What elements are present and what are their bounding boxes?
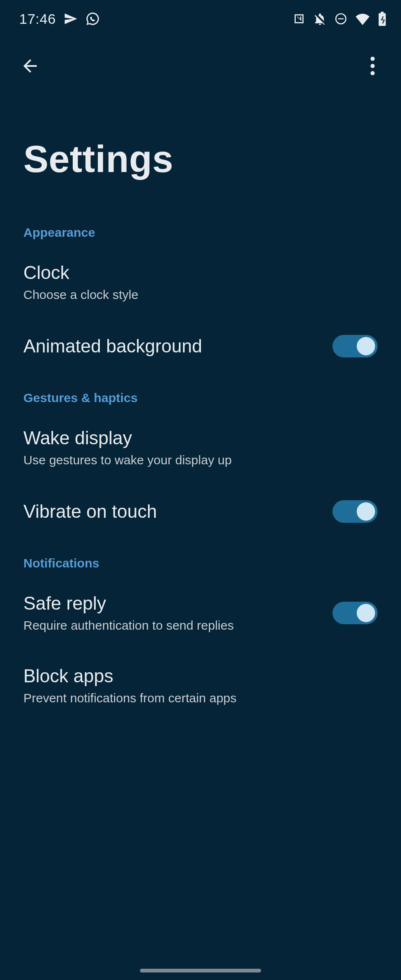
setting-title: Animated background: [23, 336, 322, 357]
setting-subtitle: Require authentication to send replies: [23, 618, 322, 633]
nfc-icon: [292, 12, 306, 25]
status-bar: 17:46: [0, 0, 401, 38]
more-vert-icon: [370, 56, 375, 77]
telegram-icon: [63, 12, 78, 26]
setting-title: Safe reply: [23, 593, 322, 614]
settings-content: Appearance Clock Choose a clock style An…: [0, 225, 401, 721]
section-header-appearance: Appearance: [23, 225, 378, 240]
switch-thumb: [357, 337, 375, 355]
app-bar: [0, 44, 401, 90]
section-header-notifications: Notifications: [23, 556, 378, 570]
page-title: Settings: [23, 138, 173, 181]
setting-item-block-apps[interactable]: Block apps Prevent notifications from ce…: [23, 648, 378, 721]
gesture-nav-bar[interactable]: [140, 969, 261, 972]
battery-charging-icon: [378, 12, 387, 26]
setting-item-wake-display[interactable]: Wake display Use gestures to wake your d…: [23, 410, 378, 483]
setting-subtitle: Use gestures to wake your display up: [23, 452, 378, 468]
overflow-menu-button[interactable]: [358, 52, 388, 82]
setting-item-vibrate-on-touch[interactable]: Vibrate on touch: [23, 483, 378, 538]
switch-animated-background[interactable]: [332, 335, 378, 357]
section-header-gestures: Gestures & haptics: [23, 391, 378, 405]
setting-title: Clock: [23, 262, 378, 284]
switch-safe-reply[interactable]: [332, 602, 378, 624]
setting-title: Vibrate on touch: [23, 501, 322, 522]
whatsapp-icon: [85, 11, 100, 26]
switch-thumb: [357, 604, 375, 622]
status-bar-left: 17:46: [19, 11, 100, 27]
setting-title: Block apps: [23, 666, 378, 687]
setting-item-safe-reply[interactable]: Safe reply Require authentication to sen…: [23, 575, 378, 648]
svg-point-1: [371, 64, 375, 68]
setting-subtitle: Prevent notifications from certain apps: [23, 690, 378, 706]
back-button[interactable]: [15, 52, 45, 82]
notifications-off-icon: [313, 12, 327, 25]
do-not-disturb-icon: [334, 12, 348, 25]
switch-vibrate-on-touch[interactable]: [332, 500, 378, 523]
svg-point-0: [371, 57, 375, 61]
switch-thumb: [357, 502, 375, 521]
status-time: 17:46: [19, 11, 56, 27]
svg-point-2: [371, 71, 375, 75]
arrow-back-icon: [20, 56, 40, 78]
setting-subtitle: Choose a clock style: [23, 287, 378, 303]
setting-item-clock[interactable]: Clock Choose a clock style: [23, 245, 378, 317]
setting-item-animated-background[interactable]: Animated background: [23, 317, 378, 372]
status-bar-right: [292, 12, 387, 26]
setting-title: Wake display: [23, 428, 378, 449]
wifi-icon: [355, 13, 370, 25]
